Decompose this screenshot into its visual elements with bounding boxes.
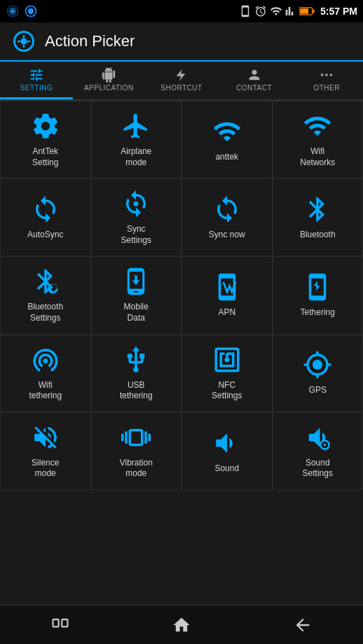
wifi-status-icon	[6, 4, 20, 18]
sync-settings-label: SyncSettings	[121, 224, 151, 246]
grid-item-usb-tethering[interactable]: USBtethering	[91, 335, 182, 412]
icon-grid: AntTekSetting Airplanemode anttek WifiNe…	[0, 101, 363, 529]
grid-item-sync-settings[interactable]: SyncSettings	[91, 178, 182, 256]
nfc-icon	[212, 345, 242, 374]
grid-item-autosync[interactable]: AutoSync	[0, 178, 91, 256]
vibration-icon	[121, 423, 151, 452]
tab-contact-label: CONTACT	[236, 84, 272, 92]
app-logo-icon	[11, 29, 36, 54]
tab-shortcut-label: SHORTCUT	[160, 84, 202, 92]
signal-bars-icon	[285, 5, 296, 18]
grid-item-gps[interactable]: GPS	[273, 335, 364, 412]
home-button[interactable]	[160, 611, 203, 639]
silence-mode-label: Silencemode	[32, 458, 59, 479]
more-icon	[319, 67, 334, 83]
grid-item-silence-mode[interactable]: Silencemode	[0, 412, 91, 490]
grid-item-airplane-mode[interactable]: Airplanemode	[91, 101, 182, 178]
tab-bar: SETTING APPLICATION SHORTCUT CONTACT OTH…	[0, 62, 363, 101]
recent-apps-icon	[50, 615, 70, 635]
svg-rect-5	[313, 9, 315, 13]
gps-label: GPS	[309, 385, 327, 396]
grid-item-sound[interactable]: Sound	[182, 412, 273, 490]
tab-setting-label: SETTING	[20, 84, 53, 92]
circle-icon	[24, 4, 38, 18]
svg-point-9	[330, 74, 333, 76]
wifi-networks-label: WifiNetworks	[300, 146, 335, 168]
tethering-icon	[303, 272, 332, 302]
alarm-icon	[254, 5, 267, 18]
android-icon	[101, 67, 116, 83]
tab-application-label: APPLICATION	[84, 84, 134, 92]
grid-item-wifi-tethering[interactable]: Wifitethering	[0, 335, 91, 412]
grid-item-sound-settings[interactable]: SoundSettings	[273, 412, 364, 490]
phone-status-icon	[239, 5, 252, 18]
grid-item-wifi-networks[interactable]: WifiNetworks	[273, 101, 364, 178]
sound-settings-icon	[303, 423, 332, 452]
back-button[interactable]	[282, 611, 324, 639]
bluetooth-settings-icon	[31, 267, 60, 296]
gps-icon	[303, 350, 332, 379]
back-icon	[293, 615, 313, 635]
grid-item-anttek-setting[interactable]: AntTekSetting	[0, 101, 91, 178]
app-header: Action Picker	[0, 22, 363, 62]
tab-other[interactable]: OTHER	[290, 62, 363, 99]
grid-item-tethering[interactable]: Tethering	[273, 256, 364, 334]
svg-point-2	[28, 8, 34, 14]
home-icon	[172, 615, 191, 635]
svg-point-8	[325, 74, 328, 76]
grid-item-sync-now[interactable]: Sync now	[182, 178, 273, 256]
wifi-tethering-label: Wifitethering	[29, 380, 62, 402]
sync-settings-icon	[121, 189, 151, 218]
sliders-icon	[29, 67, 44, 83]
apn-label: APN	[218, 307, 235, 318]
tab-contact[interactable]: CONTACT	[218, 62, 291, 99]
grid-item-bluetooth-settings[interactable]: BluetoothSettings	[0, 256, 91, 334]
svg-point-10	[134, 202, 139, 206]
bluetooth-icon	[303, 195, 332, 224]
anttek-setting-label: AntTekSetting	[32, 146, 58, 168]
wifi-tethering-icon	[31, 345, 60, 374]
wifi-signal-icon	[212, 117, 242, 146]
anttek-label: anttek	[215, 152, 238, 163]
grid-item-anttek[interactable]: anttek	[182, 101, 273, 178]
mobile-data-label: MobileData	[124, 302, 149, 323]
time-display: 5:57 PM	[320, 6, 357, 17]
sound-icon	[212, 428, 242, 458]
mobile-data-icon	[121, 267, 151, 296]
airplane-mode-label: Airplanemode	[121, 146, 151, 168]
svg-rect-15	[62, 619, 68, 626]
sync-icon	[31, 195, 60, 224]
grid-item-bluetooth[interactable]: Bluetooth	[273, 178, 364, 256]
battery-icon	[299, 6, 315, 16]
grid-item-nfc-settings[interactable]: NFCSettings	[182, 335, 273, 412]
apn-icon	[212, 272, 242, 302]
svg-point-6	[21, 38, 27, 45]
gear-icon	[31, 111, 60, 141]
grid-item-mobile-data[interactable]: MobileData	[91, 256, 182, 334]
grid-item-apn[interactable]: APN	[182, 256, 273, 334]
svg-point-13	[324, 444, 327, 447]
signal-wifi-icon	[270, 5, 282, 18]
airplane-icon	[121, 111, 151, 141]
wifi-icon	[303, 111, 332, 141]
sound-label: Sound	[214, 463, 239, 475]
recent-apps-button[interactable]	[39, 611, 81, 639]
tethering-label: Tethering	[301, 307, 335, 318]
bottom-nav	[0, 605, 363, 644]
nfc-settings-label: NFCSettings	[212, 380, 242, 402]
autosync-label: AutoSync	[27, 230, 63, 241]
tab-setting[interactable]: SETTING	[0, 62, 73, 99]
vibration-mode-label: Vibrationmode	[120, 458, 153, 479]
tab-other-label: OTHER	[313, 84, 340, 92]
status-right: 5:57 PM	[239, 5, 357, 18]
svg-point-0	[11, 10, 15, 13]
svg-point-7	[321, 74, 324, 76]
sync-now-label: Sync now	[209, 230, 245, 241]
silence-icon	[31, 423, 60, 452]
sync-now-icon	[212, 195, 242, 224]
tab-application[interactable]: APPLICATION	[73, 62, 146, 99]
tab-shortcut[interactable]: SHORTCUT	[145, 62, 218, 99]
usb-tethering-label: USBtethering	[120, 380, 153, 402]
grid-item-vibration-mode[interactable]: Vibrationmode	[91, 412, 182, 490]
svg-rect-14	[53, 619, 59, 626]
